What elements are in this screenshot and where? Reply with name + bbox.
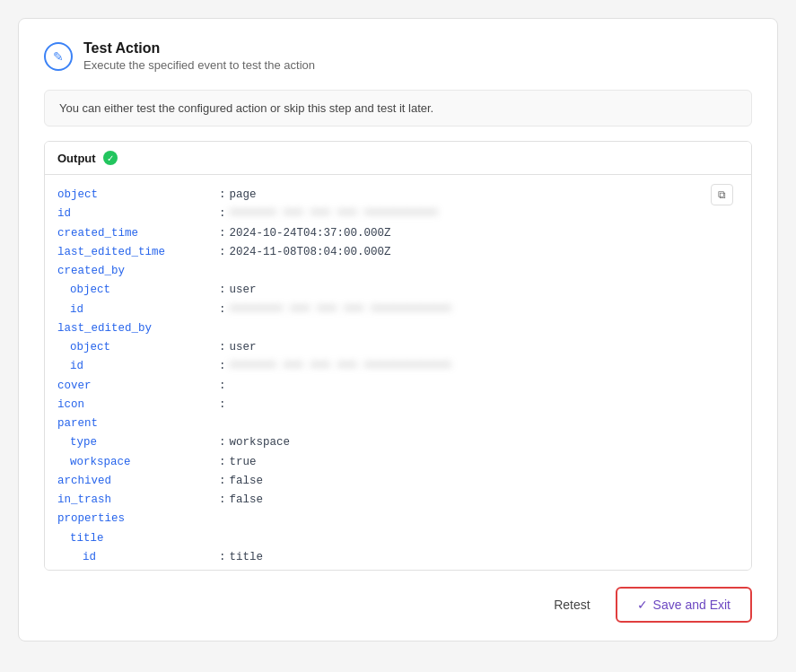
save-exit-icon: ✓ (637, 598, 648, 612)
output-key: object (57, 338, 219, 357)
output-row: parent (57, 415, 739, 433)
footer: Retest ✓ Save and Exit (44, 587, 752, 623)
output-key: id (57, 205, 219, 223)
info-bar: You can either test the configured actio… (44, 90, 752, 127)
output-value: page (230, 186, 257, 205)
output-sep: : (219, 377, 226, 396)
output-row: created_time: 2024-10-24T04:37:00.000Z (57, 224, 739, 243)
output-value: user (230, 338, 257, 357)
output-key: last_edited_time (57, 243, 219, 262)
output-key: created_by (57, 262, 219, 281)
output-row: id: ••••••• ••• ••• ••• ••••••••••••• (57, 357, 739, 376)
output-row: workspace: true (57, 453, 739, 472)
output-row: last_edited_by (57, 319, 739, 338)
output-body[interactable]: ⧉ object: pageid: ••••••• ••• ••• ••• ••… (45, 175, 751, 570)
output-sep: : (219, 243, 226, 262)
edit-icon: ✎ (44, 42, 73, 71)
output-sep: : (219, 396, 226, 415)
output-key: title (57, 529, 219, 548)
output-key: object (57, 186, 219, 205)
output-sep: : (219, 453, 226, 472)
output-section: Output ✓ ⧉ object: pageid: ••••••• ••• •… (44, 141, 752, 571)
output-sep: : (219, 338, 226, 357)
copy-button[interactable]: ⧉ (711, 184, 733, 205)
output-key: workspace (57, 453, 219, 472)
save-exit-label: Save and Exit (653, 598, 730, 612)
output-key: properties (57, 510, 219, 528)
header: ✎ Test Action Execute the specified even… (44, 40, 752, 72)
output-row: id: •••••••• ••• ••• ••• •••••••••••• (57, 301, 739, 319)
output-sep: : (219, 281, 226, 300)
output-value: title (230, 548, 264, 567)
output-rows: object: pageid: ••••••• ••• ••• ••• ••••… (57, 186, 739, 570)
output-value: user (230, 281, 257, 300)
output-row: object: page (57, 186, 739, 205)
output-key: archived (57, 472, 219, 491)
info-text: You can either test the configured actio… (59, 101, 433, 115)
output-value: •••••••• ••• ••• ••• •••••••••••• (230, 301, 452, 319)
output-key: icon (57, 396, 219, 415)
output-key: last_edited_by (57, 319, 219, 338)
output-key: type (57, 433, 219, 452)
output-value: workspace (230, 433, 291, 452)
output-value: 2024-10-24T04:37:00.000Z (230, 224, 391, 243)
output-row: properties (57, 510, 739, 528)
save-exit-button[interactable]: ✓ Save and Exit (616, 587, 752, 623)
output-row: cover: (57, 377, 739, 396)
output-value: false (230, 491, 264, 510)
output-sep: : (219, 433, 226, 452)
output-sep: : (219, 472, 226, 491)
output-key: id (57, 301, 219, 319)
output-value: 2024-11-08T08:04:00.000Z (230, 243, 391, 262)
page-subtitle: Execute the specified event to test the … (83, 58, 315, 72)
output-label: Output (57, 152, 96, 165)
output-row: archived: false (57, 472, 739, 491)
output-key: object (57, 281, 219, 300)
output-row: type: title (57, 567, 739, 570)
output-key: created_time (57, 224, 219, 243)
output-sep: : (219, 548, 226, 567)
output-key: type (57, 567, 219, 570)
output-sep: : (219, 491, 226, 510)
output-header: Output ✓ (45, 142, 751, 175)
page-container: ✎ Test Action Execute the specified even… (18, 18, 778, 641)
output-key: cover (57, 377, 219, 396)
output-row: title (57, 529, 739, 548)
output-sep: : (219, 186, 226, 205)
output-row: in_trash: false (57, 491, 739, 510)
output-sep: : (219, 567, 226, 570)
output-value: title (230, 567, 264, 570)
output-sep: : (219, 205, 226, 223)
output-row: id: title (57, 548, 739, 567)
output-key: id (57, 548, 219, 567)
check-icon: ✓ (103, 151, 118, 165)
output-sep: : (219, 301, 226, 319)
output-row: created_by (57, 262, 739, 281)
output-value: ••••••• ••• ••• ••• ••••••••••••• (230, 357, 452, 376)
output-row: last_edited_time: 2024-11-08T08:04:00.00… (57, 243, 739, 262)
output-sep: : (219, 224, 226, 243)
output-row: icon: (57, 396, 739, 415)
header-text: Test Action Execute the specified event … (83, 40, 315, 72)
output-row: type: workspace (57, 433, 739, 452)
output-sep: : (219, 357, 226, 376)
retest-button[interactable]: Retest (543, 590, 600, 619)
page-title: Test Action (83, 40, 315, 57)
output-row: id: ••••••• ••• ••• ••• ••••••••••• (57, 205, 739, 223)
output-key: parent (57, 415, 219, 433)
output-value: ••••••• ••• ••• ••• ••••••••••• (230, 205, 439, 223)
output-row: object: user (57, 338, 739, 357)
output-key: in_trash (57, 491, 219, 510)
output-key: id (57, 357, 219, 376)
output-value: false (230, 472, 264, 491)
output-value: true (230, 453, 257, 472)
output-row: object: user (57, 281, 739, 300)
